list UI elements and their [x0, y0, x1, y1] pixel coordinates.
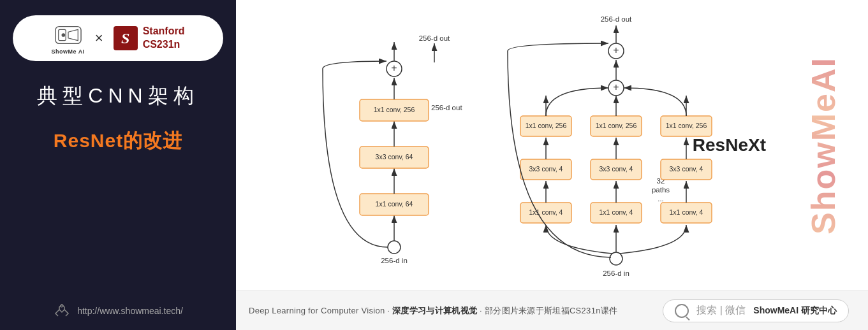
- resnet-256d-out-top-label: 256-d out: [418, 34, 450, 42]
- resnet-conv3-text: 1x1 conv, 64: [375, 200, 413, 208]
- stanford-course: CS231n: [143, 38, 185, 52]
- sidebar: ShowMe AI × S Stanford CS231n 典型CNN架构 Re…: [0, 0, 236, 330]
- resnet-256d-out-label: 256-d out: [431, 104, 462, 111]
- resnext-col1-to-sum: [546, 88, 608, 116]
- svg-text:+: +: [391, 62, 397, 73]
- resnext-skip-connection: [508, 43, 611, 257]
- svg-marker-2: [68, 29, 78, 40]
- svg-text:+: +: [613, 45, 619, 55]
- resnext-col2-conv2-text: 3x3 conv, 4: [599, 165, 633, 173]
- resnext-256d-out-label: 256-d out: [600, 15, 631, 23]
- resnext-arrow-in-col1: [546, 225, 612, 254]
- showmeai-icon: [55, 22, 82, 48]
- main-content: 256-d in 1x1 conv, 64 3x3 conv, 64 1x1 c…: [236, 0, 868, 330]
- watermark-text: ShowMeAI: [804, 57, 842, 234]
- stanford-logo: S Stanford CS231n: [114, 25, 185, 52]
- resnext-col3-conv2-text: 3x3 conv, 4: [669, 165, 703, 173]
- resnext-col1-conv3-text: 1x1 conv, 4: [529, 208, 563, 216]
- resnet-256d-in-label: 256-d in: [381, 257, 408, 264]
- resnext-col2-conv1-text: 1x1 conv, 256: [595, 122, 636, 129]
- resnext-col3-conv3-text: 1x1 conv, 4: [669, 208, 703, 216]
- showmeai-text: ShowMe AI: [52, 48, 85, 55]
- resnet-input-circle: [388, 241, 401, 254]
- bottom-bar: Deep Learning for Computer Vision · 深度学习…: [236, 291, 868, 330]
- resnext-title: ResNeXt: [693, 135, 766, 155]
- svg-text:+: +: [613, 82, 619, 92]
- resnext-arrow-in-col3: [620, 225, 686, 254]
- resnext-col1-conv2-text: 3x3 conv, 4: [529, 165, 563, 173]
- showmeai-logo: ShowMe AI: [52, 22, 85, 55]
- website-link[interactable]: http://www.showmeai.tech/: [53, 292, 183, 320]
- resnext-input-circle: [610, 252, 622, 265]
- resnext-256d-in-label: 256-d in: [603, 269, 629, 277]
- website-icon: [53, 302, 71, 320]
- stanford-name: Stanford: [143, 25, 185, 38]
- resnext-col2-conv3-text: 1x1 conv, 4: [599, 208, 633, 216]
- search-divider: 搜索 | 微信: [696, 304, 746, 317]
- website-url: http://www.showmeai.tech/: [77, 306, 183, 316]
- search-icon: [675, 304, 689, 318]
- resnext-col3-to-sum: [624, 88, 686, 116]
- resnext-col3-conv1-text: 1x1 conv, 256: [665, 122, 707, 129]
- search-label: ShowMeAI 研究中心: [753, 305, 837, 317]
- footer-text: Deep Learning for Computer Vision · 深度学习…: [249, 305, 617, 317]
- resnext-col1-conv1-text: 1x1 conv, 256: [525, 122, 566, 129]
- resnet-conv1-text: 1x1 conv, 256: [373, 106, 415, 113]
- svg-point-3: [61, 33, 65, 37]
- logo-area: ShowMe AI × S Stanford CS231n: [13, 15, 223, 61]
- x-symbol: ×: [95, 30, 103, 47]
- resnext-paths-label2: paths: [651, 186, 669, 194]
- subtitle: ResNet的改进: [54, 128, 182, 154]
- resnext-paths-ellipsis: ...: [658, 195, 664, 203]
- resnet-conv2-text: 3x3 conv, 64: [375, 153, 413, 161]
- diagram-area: 256-d in 1x1 conv, 64 3x3 conv, 64 1x1 c…: [236, 0, 868, 291]
- search-bar[interactable]: 搜索 | 微信 ShowMeAI 研究中心: [663, 299, 849, 322]
- watermark-area: ShowMeAI: [779, 0, 868, 291]
- main-title: 典型CNN架构: [37, 82, 198, 110]
- stanford-letter: S: [114, 26, 138, 50]
- stanford-text: Stanford CS231n: [143, 25, 185, 52]
